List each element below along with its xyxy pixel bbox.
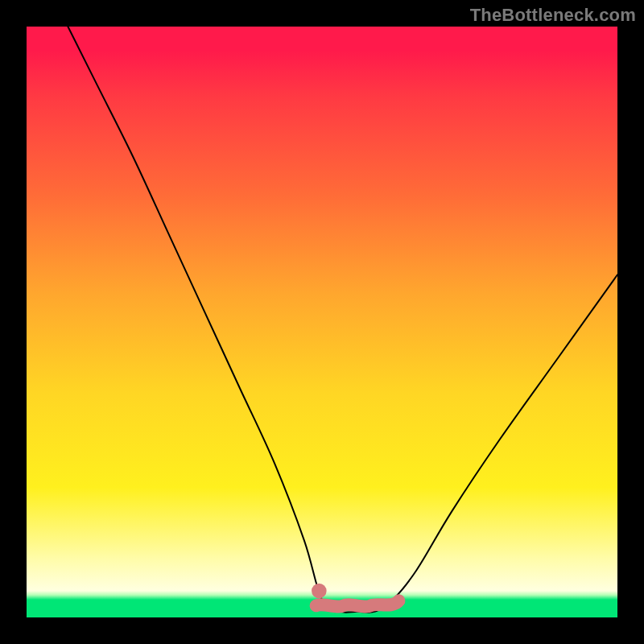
flat-region-dot: [312, 584, 327, 599]
bottleneck-curve: [68, 27, 617, 613]
curve-overlay: [27, 27, 617, 617]
plot-area: [27, 27, 617, 617]
chart-frame: TheBottleneck.com: [0, 0, 644, 644]
flat-region-highlight: [316, 601, 399, 606]
watermark-text: TheBottleneck.com: [470, 5, 636, 26]
